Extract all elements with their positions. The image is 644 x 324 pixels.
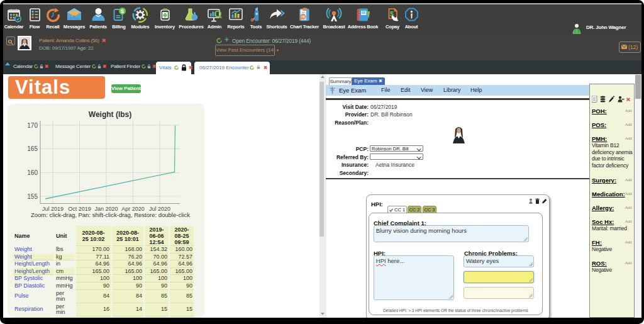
svg-text:155: 155 [27,193,38,200]
svg-text:D: D [301,14,304,19]
svg-text:160: 160 [27,169,38,176]
svg-text:170: 170 [27,122,38,129]
svg-text:165: 165 [27,145,38,152]
svg-text:Weight (lbs): Weight (lbs) [89,110,131,119]
